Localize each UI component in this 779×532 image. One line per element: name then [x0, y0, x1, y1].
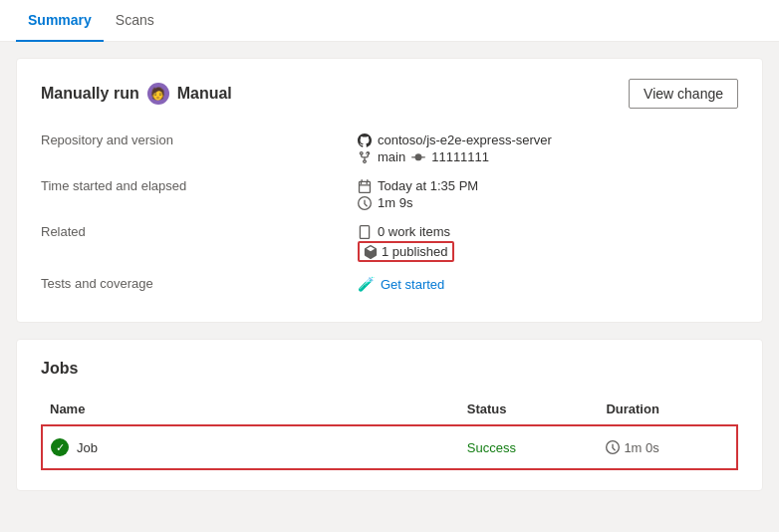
duration-clock-icon	[606, 440, 620, 454]
time-label: Time started and elapsed	[41, 174, 358, 220]
jobs-table: Name Status Duration ✓ Job Success	[41, 394, 738, 470]
repo-label: Repository and version	[41, 129, 358, 174]
flask-icon: 🧪	[358, 276, 375, 292]
time-value: Today at 1:35 PM 1m 9s	[358, 174, 738, 220]
manual-label: Manual	[177, 85, 232, 103]
branch-name: main	[378, 149, 405, 164]
tab-scans[interactable]: Scans	[104, 0, 166, 42]
related-value: 0 work items 1 published	[358, 220, 738, 272]
workitem-icon	[358, 225, 372, 239]
jobs-card: Jobs Name Status Duration ✓ Job Success	[16, 339, 763, 491]
job-name: Job	[77, 440, 98, 455]
work-items-count: 0 work items	[378, 224, 450, 239]
summary-info-table: Repository and version contoso/js-e2e-ex…	[41, 129, 738, 302]
repo-row: Repository and version contoso/js-e2e-ex…	[41, 129, 738, 174]
work-items-line: 0 work items	[358, 224, 738, 239]
branch-icon	[358, 150, 372, 164]
job-duration-cell: 1m 0s	[598, 425, 737, 469]
table-row[interactable]: ✓ Job Success 1m 0s	[42, 425, 737, 469]
repo-name: contoso/js-e2e-express-server	[378, 133, 552, 147]
published-line: 1 published	[358, 241, 738, 262]
github-icon	[358, 133, 372, 147]
jobs-table-header: Name Status Duration	[42, 394, 737, 425]
col-name-header: Name	[42, 394, 459, 425]
elapsed-line: 1m 9s	[358, 195, 738, 210]
summary-title: Manually run 🧑 Manual	[41, 83, 232, 105]
tab-summary[interactable]: Summary	[16, 0, 104, 42]
clock-icon	[358, 196, 372, 210]
summary-card: Manually run 🧑 Manual View change Reposi…	[16, 58, 763, 323]
jobs-title: Jobs	[41, 360, 738, 378]
tests-value: 🧪 Get started	[358, 272, 738, 302]
package-icon	[364, 245, 378, 259]
get-started-link[interactable]: Get started	[381, 277, 444, 292]
published-count: 1 published	[382, 244, 448, 259]
success-icon: ✓	[51, 438, 69, 456]
commit-icon	[411, 150, 425, 164]
branch-line: main 11111111	[358, 149, 738, 164]
job-duration: 1m 0s	[624, 440, 658, 455]
repo-value: contoso/js-e2e-express-server main 11111…	[358, 129, 738, 174]
repo-name-line: contoso/js-e2e-express-server	[358, 133, 738, 147]
time-started: Today at 1:35 PM	[378, 178, 478, 193]
avatar: 🧑	[147, 83, 169, 105]
related-label: Related	[41, 220, 358, 272]
tests-label: Tests and coverage	[41, 272, 358, 302]
job-name-cell: ✓ Job	[42, 425, 459, 469]
time-row: Time started and elapsed Today at 1:35 P…	[41, 174, 738, 220]
job-status-cell: Success	[459, 425, 599, 469]
summary-card-header: Manually run 🧑 Manual View change	[41, 79, 738, 109]
job-name-content: ✓ Job	[51, 438, 451, 456]
time-started-line: Today at 1:35 PM	[358, 178, 738, 193]
tabs-bar: Summary Scans	[0, 0, 779, 42]
elapsed: 1m 9s	[378, 195, 412, 210]
view-change-button[interactable]: View change	[629, 79, 738, 109]
job-status: Success	[467, 440, 516, 455]
tests-row: Tests and coverage 🧪 Get started	[41, 272, 738, 302]
get-started-line: 🧪 Get started	[358, 276, 738, 292]
col-duration-header: Duration	[598, 394, 737, 425]
jobs-header-row: Name Status Duration	[42, 394, 737, 425]
related-row: Related 0 work items 1 published	[41, 220, 738, 272]
manually-run-label: Manually run	[41, 85, 139, 103]
published-highlight[interactable]: 1 published	[358, 241, 454, 262]
duration-content: 1m 0s	[606, 440, 728, 455]
jobs-table-body: ✓ Job Success 1m 0s	[42, 425, 737, 469]
col-status-header: Status	[459, 394, 599, 425]
commit-hash: 11111111	[431, 149, 489, 164]
calendar-icon	[358, 179, 372, 193]
